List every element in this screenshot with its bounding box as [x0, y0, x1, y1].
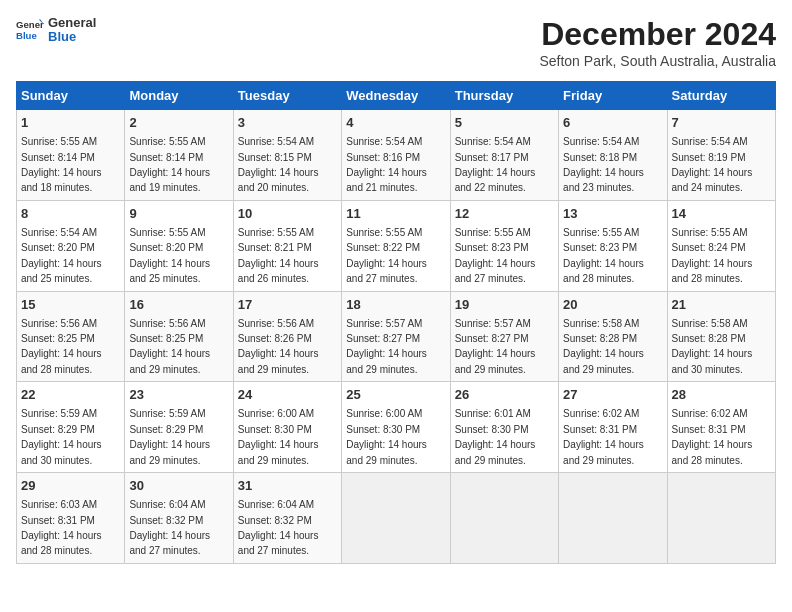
day-number: 13 — [563, 205, 662, 223]
day-number: 6 — [563, 114, 662, 132]
logo-line2: Blue — [48, 30, 96, 44]
day-info: Sunrise: 5:54 AMSunset: 8:19 PMDaylight:… — [672, 136, 753, 193]
table-row: 15 Sunrise: 5:56 AMSunset: 8:25 PMDaylig… — [17, 291, 125, 382]
day-number: 9 — [129, 205, 228, 223]
day-info: Sunrise: 5:54 AMSunset: 8:18 PMDaylight:… — [563, 136, 644, 193]
day-info: Sunrise: 6:02 AMSunset: 8:31 PMDaylight:… — [563, 408, 644, 465]
day-info: Sunrise: 5:54 AMSunset: 8:17 PMDaylight:… — [455, 136, 536, 193]
table-row — [559, 473, 667, 564]
day-number: 3 — [238, 114, 337, 132]
table-row: 31 Sunrise: 6:04 AMSunset: 8:32 PMDaylig… — [233, 473, 341, 564]
day-number: 21 — [672, 296, 771, 314]
day-info: Sunrise: 5:56 AMSunset: 8:26 PMDaylight:… — [238, 318, 319, 375]
day-info: Sunrise: 5:57 AMSunset: 8:27 PMDaylight:… — [346, 318, 427, 375]
table-row: 4 Sunrise: 5:54 AMSunset: 8:16 PMDayligh… — [342, 110, 450, 201]
day-number: 11 — [346, 205, 445, 223]
col-friday: Friday — [559, 82, 667, 110]
day-info: Sunrise: 5:55 AMSunset: 8:14 PMDaylight:… — [129, 136, 210, 193]
day-info: Sunrise: 5:55 AMSunset: 8:24 PMDaylight:… — [672, 227, 753, 284]
day-info: Sunrise: 5:54 AMSunset: 8:15 PMDaylight:… — [238, 136, 319, 193]
table-row: 26 Sunrise: 6:01 AMSunset: 8:30 PMDaylig… — [450, 382, 558, 473]
logo: General Blue General Blue — [16, 16, 96, 45]
day-number: 7 — [672, 114, 771, 132]
table-row: 8 Sunrise: 5:54 AMSunset: 8:20 PMDayligh… — [17, 200, 125, 291]
table-row: 9 Sunrise: 5:55 AMSunset: 8:20 PMDayligh… — [125, 200, 233, 291]
day-number: 1 — [21, 114, 120, 132]
day-number: 5 — [455, 114, 554, 132]
col-tuesday: Tuesday — [233, 82, 341, 110]
day-info: Sunrise: 6:03 AMSunset: 8:31 PMDaylight:… — [21, 499, 102, 556]
day-info: Sunrise: 6:00 AMSunset: 8:30 PMDaylight:… — [346, 408, 427, 465]
day-info: Sunrise: 5:55 AMSunset: 8:23 PMDaylight:… — [563, 227, 644, 284]
day-info: Sunrise: 5:56 AMSunset: 8:25 PMDaylight:… — [21, 318, 102, 375]
day-number: 23 — [129, 386, 228, 404]
day-info: Sunrise: 6:00 AMSunset: 8:30 PMDaylight:… — [238, 408, 319, 465]
calendar-week-5: 29 Sunrise: 6:03 AMSunset: 8:31 PMDaylig… — [17, 473, 776, 564]
table-row: 11 Sunrise: 5:55 AMSunset: 8:22 PMDaylig… — [342, 200, 450, 291]
table-row: 29 Sunrise: 6:03 AMSunset: 8:31 PMDaylig… — [17, 473, 125, 564]
logo-line1: General — [48, 16, 96, 30]
day-number: 12 — [455, 205, 554, 223]
table-row: 30 Sunrise: 6:04 AMSunset: 8:32 PMDaylig… — [125, 473, 233, 564]
table-row: 25 Sunrise: 6:00 AMSunset: 8:30 PMDaylig… — [342, 382, 450, 473]
day-info: Sunrise: 5:57 AMSunset: 8:27 PMDaylight:… — [455, 318, 536, 375]
col-thursday: Thursday — [450, 82, 558, 110]
calendar-week-3: 15 Sunrise: 5:56 AMSunset: 8:25 PMDaylig… — [17, 291, 776, 382]
table-row: 14 Sunrise: 5:55 AMSunset: 8:24 PMDaylig… — [667, 200, 775, 291]
table-row: 3 Sunrise: 5:54 AMSunset: 8:15 PMDayligh… — [233, 110, 341, 201]
day-number: 8 — [21, 205, 120, 223]
day-number: 17 — [238, 296, 337, 314]
calendar-week-1: 1 Sunrise: 5:55 AMSunset: 8:14 PMDayligh… — [17, 110, 776, 201]
table-row: 2 Sunrise: 5:55 AMSunset: 8:14 PMDayligh… — [125, 110, 233, 201]
table-row: 21 Sunrise: 5:58 AMSunset: 8:28 PMDaylig… — [667, 291, 775, 382]
day-number: 25 — [346, 386, 445, 404]
svg-text:Blue: Blue — [16, 30, 37, 41]
day-number: 20 — [563, 296, 662, 314]
table-row: 7 Sunrise: 5:54 AMSunset: 8:19 PMDayligh… — [667, 110, 775, 201]
col-saturday: Saturday — [667, 82, 775, 110]
col-wednesday: Wednesday — [342, 82, 450, 110]
table-row: 5 Sunrise: 5:54 AMSunset: 8:17 PMDayligh… — [450, 110, 558, 201]
day-info: Sunrise: 5:54 AMSunset: 8:16 PMDaylight:… — [346, 136, 427, 193]
table-row: 16 Sunrise: 5:56 AMSunset: 8:25 PMDaylig… — [125, 291, 233, 382]
day-number: 28 — [672, 386, 771, 404]
table-row: 18 Sunrise: 5:57 AMSunset: 8:27 PMDaylig… — [342, 291, 450, 382]
svg-text:General: General — [16, 20, 44, 31]
table-row: 20 Sunrise: 5:58 AMSunset: 8:28 PMDaylig… — [559, 291, 667, 382]
day-number: 2 — [129, 114, 228, 132]
day-info: Sunrise: 6:04 AMSunset: 8:32 PMDaylight:… — [238, 499, 319, 556]
day-info: Sunrise: 5:55 AMSunset: 8:14 PMDaylight:… — [21, 136, 102, 193]
table-row: 27 Sunrise: 6:02 AMSunset: 8:31 PMDaylig… — [559, 382, 667, 473]
calendar-table: Sunday Monday Tuesday Wednesday Thursday… — [16, 81, 776, 564]
table-row: 24 Sunrise: 6:00 AMSunset: 8:30 PMDaylig… — [233, 382, 341, 473]
day-info: Sunrise: 5:55 AMSunset: 8:21 PMDaylight:… — [238, 227, 319, 284]
calendar-week-2: 8 Sunrise: 5:54 AMSunset: 8:20 PMDayligh… — [17, 200, 776, 291]
day-info: Sunrise: 6:02 AMSunset: 8:31 PMDaylight:… — [672, 408, 753, 465]
col-monday: Monday — [125, 82, 233, 110]
day-number: 14 — [672, 205, 771, 223]
day-info: Sunrise: 5:58 AMSunset: 8:28 PMDaylight:… — [563, 318, 644, 375]
day-number: 30 — [129, 477, 228, 495]
month-title: December 2024 — [539, 16, 776, 53]
day-number: 16 — [129, 296, 228, 314]
day-number: 27 — [563, 386, 662, 404]
day-number: 24 — [238, 386, 337, 404]
day-number: 4 — [346, 114, 445, 132]
table-row: 23 Sunrise: 5:59 AMSunset: 8:29 PMDaylig… — [125, 382, 233, 473]
table-row — [667, 473, 775, 564]
day-number: 31 — [238, 477, 337, 495]
day-info: Sunrise: 5:55 AMSunset: 8:23 PMDaylight:… — [455, 227, 536, 284]
table-row — [450, 473, 558, 564]
table-row: 12 Sunrise: 5:55 AMSunset: 8:23 PMDaylig… — [450, 200, 558, 291]
day-info: Sunrise: 5:59 AMSunset: 8:29 PMDaylight:… — [129, 408, 210, 465]
title-area: December 2024 Sefton Park, South Austral… — [539, 16, 776, 69]
table-row: 1 Sunrise: 5:55 AMSunset: 8:14 PMDayligh… — [17, 110, 125, 201]
table-row: 13 Sunrise: 5:55 AMSunset: 8:23 PMDaylig… — [559, 200, 667, 291]
day-number: 15 — [21, 296, 120, 314]
day-number: 22 — [21, 386, 120, 404]
day-info: Sunrise: 5:55 AMSunset: 8:22 PMDaylight:… — [346, 227, 427, 284]
header-row: Sunday Monday Tuesday Wednesday Thursday… — [17, 82, 776, 110]
day-info: Sunrise: 5:56 AMSunset: 8:25 PMDaylight:… — [129, 318, 210, 375]
location-title: Sefton Park, South Australia, Australia — [539, 53, 776, 69]
page-header: General Blue General Blue December 2024 … — [16, 16, 776, 69]
